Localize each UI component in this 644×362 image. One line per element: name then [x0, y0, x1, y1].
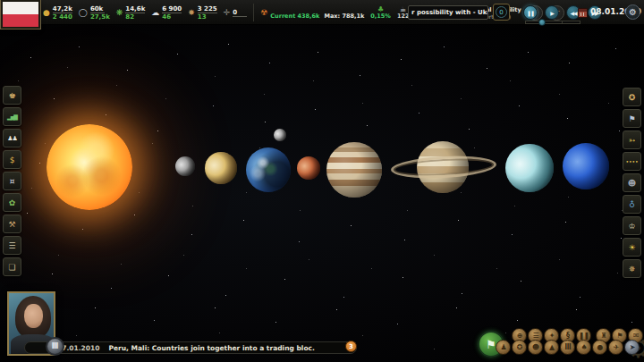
shortcut-coin-12[interactable]: ▲ [544, 340, 559, 355]
sun[interactable] [47, 124, 132, 210]
sidebar-item-laws[interactable]: ☰ [3, 236, 21, 255]
shield-icon: ♠ [580, 343, 586, 351]
growth-indicator[interactable]: ♣ 0,15% [370, 5, 391, 20]
bird-icon: ➳ [629, 136, 636, 145]
growth-value: 0,15% [370, 13, 391, 20]
ring-icon: ◯ [79, 9, 88, 17]
shortcut-coin-10[interactable]: ✪ [512, 340, 527, 355]
star-globe-icon: ✵ [629, 265, 636, 274]
sidebar-item-ministers[interactable]: ♔ [623, 216, 641, 235]
resource-delta: 13 [198, 13, 207, 21]
pause-bars-icon: ❚❚ [579, 332, 589, 340]
sidebar-item-energy[interactable]: ☀ [623, 238, 641, 257]
play-icon: ▶ [550, 10, 554, 16]
bar-chart-icon: ▂▅▇ [7, 113, 17, 122]
cloud-icon: ☁ [151, 9, 159, 17]
sidebar-item-world[interactable]: ♁ [623, 195, 641, 214]
resource-value: 0 [233, 9, 247, 17]
shortcut-coin-13[interactable]: Ⅲ [560, 340, 575, 355]
sidebar-item-head-of-state[interactable]: ♚ [3, 86, 21, 105]
resource-ordnance[interactable]: ✸ 3 22513 [188, 5, 216, 21]
planet-mars[interactable] [297, 156, 320, 180]
sidebar-item-records[interactable]: ❏ [3, 257, 21, 276]
alert-count: 0 [496, 6, 507, 18]
resource-value: 3 225 [198, 5, 217, 13]
calendar-icon [578, 8, 588, 18]
delegation-icon: ⚑ [628, 114, 635, 123]
shortcut-coin-16[interactable]: ✈ [608, 340, 623, 355]
moon[interactable] [274, 129, 286, 141]
ledger-icon: ❏ [8, 263, 15, 272]
sidebar-item-more-options[interactable]: •••• [623, 152, 641, 171]
shortcut-coin-17[interactable]: ➤ [624, 340, 640, 355]
news-ticker[interactable]: 07.01.2010 Peru, Mali: Countries join to… [24, 341, 357, 354]
resource-value: 47,2k [53, 5, 72, 13]
alert-ticker-text: r possibility with - Ukraine [411, 9, 488, 16]
spy-icon: ☻ [628, 179, 636, 188]
play-button[interactable]: ▶ [545, 5, 559, 20]
slider-handle[interactable] [538, 19, 546, 26]
sidebar-item-industry[interactable]: ⚒ [3, 215, 21, 233]
sidebar-item-messages[interactable]: ➳ [623, 130, 641, 149]
crown-icon: ♚ [8, 91, 15, 100]
planet-jupiter[interactable] [326, 142, 382, 198]
resource-energy[interactable]: ❋ 14,6k82 [116, 5, 145, 21]
planet-venus[interactable] [205, 152, 237, 184]
planet-earth[interactable] [246, 147, 291, 192]
resource-money[interactable]: ● 47,2k2 440 [43, 5, 72, 21]
sidebar-item-population[interactable]: ♟♟ [3, 129, 21, 147]
sidebar-item-achievements[interactable]: ✪ [623, 88, 641, 106]
wreath-icon: ✿ [9, 198, 16, 207]
medal-icon: ✪ [517, 343, 522, 351]
goods-icon: ¤ [10, 177, 15, 186]
resource-delta: 2 440 [53, 13, 72, 21]
resource-materials[interactable]: ◯ 60k27,5k [79, 5, 110, 21]
planet-uranus[interactable] [505, 144, 554, 192]
rewind-icon: ◀◀ [570, 10, 576, 16]
arrow-icon: ➤ [630, 343, 635, 351]
sidebar-item-economy[interactable]: ▂▅▇ [3, 107, 21, 126]
news-count: 3 [349, 343, 353, 350]
manpower-indicator[interactable]: ☢ Current 438,6k Max: 788,1k [260, 4, 364, 21]
plane-icon: ✈ [614, 343, 619, 351]
resource-delta: 82 [125, 13, 134, 21]
portrait-icon: ☻ [532, 343, 538, 351]
advisor-face [24, 304, 43, 328]
settings-button[interactable]: ⚙ [625, 4, 640, 20]
mail-icon: ✉ [633, 332, 639, 340]
sidebar-item-prestige[interactable]: ✿ [3, 193, 21, 212]
bank-badge-button[interactable]: Ⅲ [46, 337, 64, 356]
resource-targets[interactable]: ✛ 0 [224, 9, 248, 17]
sidebar-item-trade[interactable]: ¤ [3, 172, 21, 190]
sun-icon: ☀ [628, 243, 635, 252]
hand-icon: ✦ [549, 332, 555, 340]
sidebar-item-treasury[interactable]: $ [3, 150, 21, 169]
shortcut-coin-11[interactable]: ☻ [528, 340, 543, 355]
slider-segment [563, 21, 580, 23]
game-speed-slider[interactable] [525, 21, 580, 24]
currency-icon: § [566, 332, 569, 340]
resource-gas[interactable]: ☁ 6 90046 [151, 5, 182, 21]
shortcut-coin-9[interactable]: ♟ [496, 340, 511, 355]
sidebar-item-space[interactable]: ✵ [623, 259, 641, 278]
resource-value: 14,6k [125, 5, 145, 13]
alert-count-button[interactable]: 0 [493, 4, 510, 21]
divider [253, 4, 254, 21]
planet-mercury[interactable] [175, 156, 195, 176]
spark-icon: ❋ [116, 9, 123, 17]
country-flag-poland[interactable] [1, 0, 40, 29]
resource-value: 6 900 [162, 5, 182, 13]
alert-ticker[interactable]: r possibility with - Ukraine [408, 5, 488, 20]
shortcut-coin-14[interactable]: ♠ [576, 340, 591, 355]
news-count-badge[interactable]: 3 [345, 341, 357, 352]
resource-value: 60k [90, 5, 105, 13]
minister-icon: ♔ [628, 222, 635, 231]
planet-neptune[interactable] [563, 143, 609, 189]
sidebar-item-delegations[interactable]: ⚑ [623, 109, 641, 128]
shortcut-coin-15[interactable]: ● [592, 340, 607, 355]
tower-icon: ♜ [600, 332, 606, 340]
sidebar-item-intelligence[interactable]: ☻ [623, 173, 641, 192]
globe-icon: ♁ [629, 200, 635, 209]
resource-delta: 27,5k [90, 13, 110, 21]
pause-button[interactable]: ❚❚ [523, 5, 538, 20]
